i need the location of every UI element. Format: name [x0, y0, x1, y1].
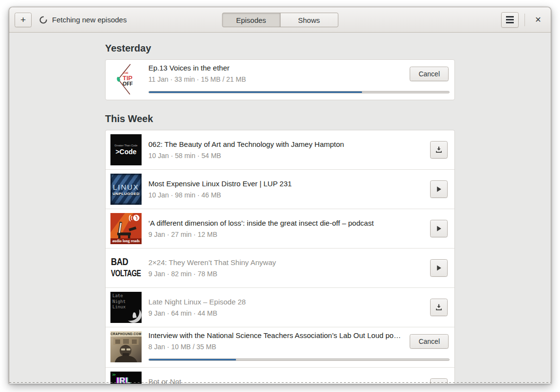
status-label: Fetching new episodes [52, 16, 126, 24]
episode-body: Ep.13 Voices in the ether11 Jan · 33 min… [148, 64, 450, 93]
play-button[interactable] [430, 259, 448, 277]
episode-title: Most Expensive Linux Distro Ever | LUP 2… [148, 179, 424, 188]
header-bar: + Fetching new episodes EpisodesShows ✕ [9, 7, 551, 33]
cover-line1: BAD [111, 257, 142, 268]
download-progress-fill [149, 91, 362, 93]
episode-cover-linux-unplugged: LINUXUNPLUGGED [110, 174, 142, 205]
episode-row: LateNightLinux Late Night Linux – Episod… [106, 287, 454, 327]
episodes-column: Yesterday THE TIP OFF Ep.13 Voices in th… [105, 43, 455, 384]
cover-label: audio long reads [110, 238, 142, 244]
episode-title: Ep.13 Voices in the ether [148, 64, 404, 72]
episode-title: ‘A different dimension of loss’: inside … [148, 219, 424, 227]
app-window: + Fetching new episodes EpisodesShows ✕ … [9, 7, 551, 384]
svg-text:CRAPHOUND.COM: CRAPHOUND.COM [110, 332, 141, 336]
episode-title: Late Night Linux – Episode 28 [148, 298, 424, 306]
episode-title: 062: The Beauty of Art and Technology wi… [148, 140, 424, 148]
episode-row: audio long reads‘A different dimension o… [106, 209, 454, 248]
episode-top-row: Ep.13 Voices in the ether11 Jan · 33 min… [148, 64, 450, 84]
episode-list-card: THE TIP OFF Ep.13 Voices in the ether11 … [105, 59, 455, 100]
episode-top-row: Late Night Linux – Episode 289 Jan · 64 … [148, 298, 450, 318]
episode-body: Interview with the National Science Teac… [148, 331, 450, 361]
download-icon [435, 383, 443, 384]
episode-text: 062: The Beauty of Art and Technology wi… [148, 140, 424, 160]
download-button[interactable] [430, 141, 448, 159]
episode-meta: 10 Jan · 98 min · 46 MB [148, 191, 424, 199]
episode-meta: 10 Jan · 58 min · 54 MB [148, 152, 424, 160]
episode-body: 2×24: They Weren’t That Shiny Anyway9 Ja… [148, 258, 450, 278]
plus-icon: + [20, 15, 26, 25]
episode-meta: 9 Jan · 82 min · 78 MB [148, 270, 424, 278]
cover-top-label: Greater Than Code [114, 144, 137, 147]
header-separator [524, 14, 525, 26]
episode-cover-bad-voltage: BADVOLTAGE [110, 252, 142, 284]
episode-body: ‘A different dimension of loss’: inside … [148, 219, 450, 239]
episode-cover-audio-long-reads: audio long reads [110, 213, 142, 244]
section-title: This Week [105, 113, 455, 125]
hamburger-icon [506, 16, 514, 23]
cover-main-label: >Code [115, 148, 136, 156]
close-button[interactable]: ✕ [531, 13, 545, 27]
episode-meta: 11 Jan · 33 min · 15 MB / 21 MB [148, 75, 404, 84]
menu-button[interactable] [501, 12, 519, 28]
episode-list-card: Greater Than Code>Code062: The Beauty of… [105, 130, 455, 384]
episode-top-row: 062: The Beauty of Art and Technology wi… [148, 140, 450, 160]
episode-row: ≫IRLBot or Not [106, 367, 454, 384]
episode-cover-greater-than-code: Greater Than Code>Code [110, 134, 142, 165]
download-progress [148, 91, 450, 93]
play-button[interactable] [430, 180, 448, 198]
episode-meta: 9 Jan · 64 min · 44 MB [148, 309, 424, 318]
cover-line2: UNPLUGGED [112, 192, 140, 196]
download-button[interactable] [430, 299, 448, 316]
play-button[interactable] [430, 220, 448, 237]
play-icon [435, 265, 442, 271]
episode-top-row: ‘A different dimension of loss’: inside … [148, 219, 450, 239]
episode-title: Interview with the National Science Teac… [148, 331, 404, 339]
tab-shows[interactable]: Shows [280, 13, 338, 27]
episode-text: Interview with the National Science Teac… [148, 331, 404, 351]
download-button[interactable] [430, 378, 448, 384]
download-icon [435, 303, 443, 311]
episode-top-row: Interview with the National Science Teac… [148, 331, 450, 351]
episode-row: BADVOLTAGE2×24: They Weren’t That Shiny … [106, 248, 454, 287]
cancel-button[interactable]: Cancel [410, 334, 449, 349]
download-progress-fill [149, 359, 236, 360]
episode-row: LINUXUNPLUGGEDMost Expensive Linux Distr… [106, 169, 454, 209]
episode-body: Most Expensive Linux Distro Ever | LUP 2… [148, 179, 450, 199]
tab-episodes[interactable]: Episodes [222, 13, 280, 27]
episode-cover-craphound: CRAPHOUND.COM [110, 331, 142, 362]
episode-row: CRAPHOUND.COM Interview with the Nationa… [106, 327, 454, 367]
cover-line1: LINUX [113, 183, 139, 191]
episode-text: Most Expensive Linux Distro Ever | LUP 2… [148, 179, 424, 199]
episode-body: Late Night Linux – Episode 289 Jan · 64 … [148, 298, 450, 318]
download-icon [435, 146, 443, 154]
episode-top-row: Most Expensive Linux Distro Ever | LUP 2… [148, 179, 450, 199]
episode-body: 062: The Beauty of Art and Technology wi… [148, 140, 450, 160]
episode-text: ‘A different dimension of loss’: inside … [148, 219, 424, 239]
cover-mark: ≫ [112, 373, 116, 377]
section-title: Yesterday [105, 43, 455, 54]
episode-row: THE TIP OFF Ep.13 Voices in the ether11 … [106, 60, 454, 100]
svg-text:OFF: OFF [123, 81, 133, 87]
scroll-undershoot-indicator [9, 382, 551, 383]
episodes-scroll-area[interactable]: Yesterday THE TIP OFF Ep.13 Voices in th… [9, 33, 551, 384]
episode-text: Late Night Linux – Episode 289 Jan · 64 … [148, 298, 424, 318]
download-progress [148, 358, 450, 361]
episode-cover-late-night-linux: LateNightLinux [110, 292, 142, 323]
episode-meta: 8 Jan · 10 MB / 35 MB [148, 343, 404, 351]
episode-text: 2×24: They Weren’t That Shiny Anyway9 Ja… [148, 258, 424, 278]
episode-meta: 9 Jan · 27 min · 12 MB [148, 231, 424, 239]
episode-row: Greater Than Code>Code062: The Beauty of… [106, 130, 454, 169]
play-icon [435, 225, 442, 232]
episode-top-row: 2×24: They Weren’t That Shiny Anyway9 Ja… [148, 258, 450, 278]
episode-cover-tip-off: THE TIP OFF [110, 64, 142, 95]
add-podcast-button[interactable]: + [15, 13, 32, 27]
episode-text: Ep.13 Voices in the ether11 Jan · 33 min… [148, 64, 404, 84]
spinner-icon [39, 16, 47, 24]
episode-title: 2×24: They Weren’t That Shiny Anyway [148, 258, 424, 267]
play-icon [435, 186, 442, 193]
cover-line2: VOLTAGE [111, 268, 139, 278]
penguin-icon [133, 312, 137, 318]
view-switcher: EpisodesShows [222, 13, 338, 27]
cancel-button[interactable]: Cancel [410, 67, 449, 81]
